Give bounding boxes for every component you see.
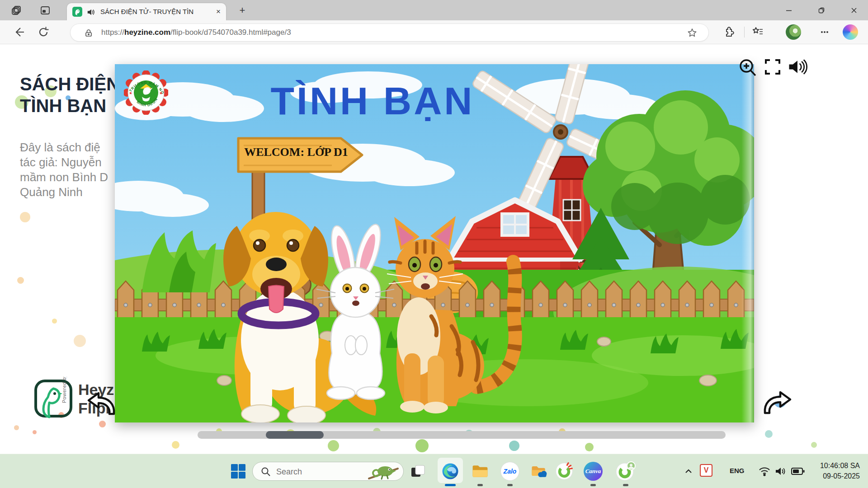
- tray-clock[interactable]: 10:46:08 SA 09-05-2025: [820, 460, 860, 481]
- svg-text:★: ★: [159, 91, 163, 95]
- tray-chevron-up-icon[interactable]: [684, 467, 693, 477]
- decorative-dot: [74, 335, 86, 347]
- address-bar[interactable]: https://heyzine.com/flip-book/d754070a39…: [70, 23, 709, 42]
- decorative-dot: [765, 430, 773, 438]
- school-logo: TRƯỜNG MẦM NON BÌNH DƯƠNG ★ ★: [124, 70, 168, 115]
- fullscreen-icon[interactable]: [762, 56, 783, 77]
- language-indicator[interactable]: ENG: [730, 467, 745, 474]
- favorites-icon[interactable]: [751, 26, 764, 38]
- search-input[interactable]: [276, 465, 358, 478]
- flipbook-page[interactable]: TRƯỜNG MẦM NON BÌNH DƯƠNG ★ ★ TÌNH BẠN W…: [115, 64, 754, 422]
- tab-stacks-icon[interactable]: [11, 5, 22, 16]
- browser-toolbar: https://heyzine.com/flip-book/d754070a39…: [0, 20, 868, 44]
- clock-date: 09-05-2025: [820, 471, 860, 481]
- zalo-label: Zalo: [500, 462, 519, 481]
- file-explorer-running-dot: [477, 484, 483, 486]
- decorative-dot: [172, 441, 179, 449]
- panel-body: Đây là sách điệ tác giả: Nguyễn mầm non …: [20, 140, 116, 200]
- wifi-icon[interactable]: [759, 466, 770, 477]
- window-minimize-button[interactable]: [775, 0, 803, 20]
- decorative-dot: [52, 319, 57, 324]
- bookmark-star-icon[interactable]: [687, 28, 698, 38]
- book-title: TÌNH BẠN: [205, 79, 540, 123]
- lock-icon[interactable]: [84, 28, 93, 38]
- zalo-button[interactable]: Zalo: [498, 460, 522, 483]
- zoom-in-icon[interactable]: [737, 57, 758, 78]
- battery-icon[interactable]: [791, 466, 805, 476]
- flipbook-progress-thumb[interactable]: [266, 431, 324, 439]
- coccoc-profile-running-dot: [623, 484, 628, 486]
- heyzine-logo-icon: [33, 379, 74, 426]
- decorative-dot: [585, 443, 594, 451]
- welcome-sign-text: WELCOM: LỚP D1: [240, 145, 353, 159]
- decorative-dot: [33, 430, 37, 434]
- edge-app-button[interactable]: [439, 460, 462, 483]
- browser-tab[interactable]: SÁCH ĐIỆN TỬ- TRUYỆN TÌN ×: [67, 3, 226, 20]
- url-text[interactable]: https://heyzine.com/flip-book/d754070a39…: [101, 28, 291, 37]
- heyzine-favicon: [72, 7, 82, 17]
- clock-time: 10:46:08 SA: [820, 460, 860, 471]
- tab-title-fade: [193, 3, 214, 20]
- decorative-dot: [17, 277, 24, 284]
- powered-by-label: Powered by: [61, 377, 67, 403]
- decorative-dot: [20, 212, 30, 222]
- start-button[interactable]: [226, 460, 250, 483]
- toolbar-divider: [744, 27, 745, 38]
- decorative-dot: [415, 439, 429, 452]
- previous-page-arrow[interactable]: [85, 390, 119, 419]
- copilot-icon[interactable]: [843, 24, 858, 40]
- onedrive-button[interactable]: [527, 460, 551, 483]
- next-page-arrow[interactable]: [760, 389, 794, 418]
- search-icon: [261, 467, 271, 477]
- book-description-panel: SÁCH ĐIỆNTÌNH BẠN Đây là sách điệ tác gi…: [20, 73, 116, 200]
- profile-avatar[interactable]: [786, 24, 801, 40]
- canva-running-dot: [590, 484, 596, 486]
- search-highlight-chameleon: [367, 463, 400, 480]
- taskbar-search[interactable]: [252, 462, 404, 481]
- extensions-icon[interactable]: [722, 26, 735, 38]
- decorative-dot: [328, 440, 339, 451]
- new-tab-button[interactable]: +: [236, 5, 249, 17]
- coccoc-button[interactable]: [552, 460, 576, 483]
- canva-label: Canva: [584, 462, 603, 481]
- file-explorer-button[interactable]: [468, 460, 492, 483]
- desktop-screen: SÁCH ĐIỆN TỬ- TRUYỆN TÌN × + ht: [0, 0, 868, 488]
- refresh-icon[interactable]: [37, 26, 50, 38]
- unikey-tray-icon[interactable]: V: [700, 464, 712, 477]
- zalo-running-dot: [507, 484, 513, 486]
- browser-titlebar: SÁCH ĐIỆN TỬ- TRUYỆN TÌN × +: [0, 0, 868, 20]
- canva-button[interactable]: Canva: [581, 460, 605, 483]
- panel-heading: SÁCH ĐIỆNTÌNH BẠN: [20, 73, 116, 117]
- window-restore-button[interactable]: [807, 0, 835, 20]
- page-curl-highlight: [741, 64, 754, 422]
- taskbar: Zalo Canva: [0, 454, 868, 488]
- coccoc-profile-button[interactable]: [614, 460, 637, 483]
- volume-icon[interactable]: [775, 466, 787, 477]
- flipbook-progress-track[interactable]: [198, 431, 726, 439]
- tab-title: SÁCH ĐIỆN TỬ- TRUYỆN TÌN: [100, 8, 209, 15]
- tab-close-icon[interactable]: ×: [213, 7, 223, 17]
- decorative-dot: [14, 425, 19, 430]
- decorative-dot: [509, 441, 519, 451]
- task-view-button[interactable]: [406, 460, 429, 483]
- back-icon[interactable]: [13, 26, 25, 38]
- sound-icon[interactable]: [787, 56, 807, 77]
- window-close-button[interactable]: [840, 0, 868, 20]
- svg-text:★: ★: [129, 91, 132, 95]
- edge-active-indicator: [445, 484, 456, 486]
- settings-ellipsis-icon[interactable]: [818, 26, 831, 38]
- page-content: SÁCH ĐIỆNTÌNH BẠN Đây là sách điệ tác gi…: [0, 44, 868, 454]
- tab-audio-icon[interactable]: [87, 9, 95, 16]
- split-window-icon[interactable]: [40, 5, 51, 16]
- decorative-dot: [811, 442, 817, 448]
